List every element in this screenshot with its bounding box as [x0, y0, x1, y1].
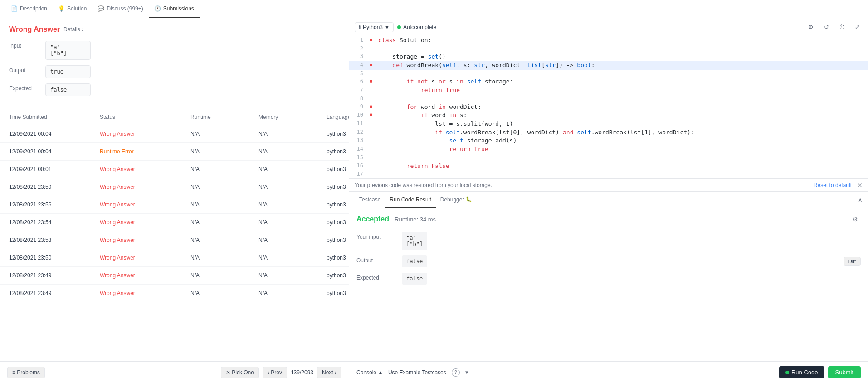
table-row[interactable]: 12/08/2021 23:56 Wrong Answer N/A N/A py…	[0, 196, 349, 214]
cell-runtime: N/A	[190, 237, 258, 243]
cell-language: python3	[327, 237, 346, 243]
diff-button[interactable]: Diff	[844, 257, 861, 266]
more-options-icon[interactable]: ▾	[465, 369, 468, 376]
tab-description[interactable]: 📄 Description	[5, 0, 53, 18]
cell-memory: N/A	[258, 237, 327, 243]
table-row[interactable]: 12/08/2021 23:49 Wrong Answer N/A N/A py…	[0, 285, 349, 302]
cell-status: Wrong Answer	[100, 166, 190, 172]
cell-time: 12/08/2021 23:49	[9, 290, 100, 296]
notification-text: Your previous code was restored from you…	[355, 182, 492, 188]
cell-status: Wrong Answer	[100, 272, 190, 279]
code-line: 9 ● for word in wordDict:	[349, 103, 868, 112]
table-row[interactable]: 12/09/2021 00:04 Runtime Error N/A N/A p…	[0, 143, 349, 161]
pick-one-button[interactable]: ✕ Pick One	[221, 367, 259, 378]
table-row[interactable]: 12/09/2021 00:01 Wrong Answer N/A N/A py…	[0, 161, 349, 178]
tab-discuss[interactable]: 💬 Discuss (999+)	[92, 0, 148, 18]
cell-time: 12/08/2021 23:50	[9, 255, 100, 261]
line-content: if word in s:	[375, 111, 868, 120]
table-row[interactable]: 12/08/2021 23:49 Wrong Answer N/A N/A py…	[0, 267, 349, 285]
col-language: Language	[327, 114, 349, 120]
details-link[interactable]: Details ›	[63, 26, 83, 33]
wrong-answer-title: Wrong Answer	[9, 25, 60, 34]
code-line: 16 return False	[349, 162, 868, 171]
expand-icon[interactable]: ⤢	[852, 22, 863, 33]
problems-button[interactable]: ≡ Problems	[7, 367, 45, 378]
output-panel-value: false	[402, 255, 427, 267]
output-row-panel: false Diff	[402, 255, 861, 267]
reset-link[interactable]: Reset to default	[814, 182, 852, 188]
runtime-text: Runtime: 34 ms	[395, 216, 436, 223]
line-number: 9	[349, 103, 367, 112]
right-panel: ℹ Python3 ▼ Autocomplete ⚙ ↺ ⏱ ⤢ 1 ● cla…	[349, 18, 868, 383]
bottom-right-left: Console ▲ Use Example Testcases ? ▾	[356, 368, 468, 377]
table-row[interactable]: 12/08/2021 23:50 Wrong Answer N/A N/A py…	[0, 249, 349, 267]
console-button[interactable]: Console ▲	[356, 369, 383, 376]
prev-button[interactable]: ‹ Prev	[263, 367, 287, 378]
tab-testcase[interactable]: Testcase	[355, 192, 385, 208]
run-code-button[interactable]: Run Code	[779, 366, 824, 378]
cell-time: 12/09/2021 00:04	[9, 131, 100, 137]
line-number: 5	[349, 70, 367, 78]
tab-solution[interactable]: 💡 Solution	[53, 0, 92, 18]
help-button[interactable]: ?	[452, 368, 460, 377]
line-number: 13	[349, 137, 367, 145]
tab-debugger[interactable]: Debugger 🐛	[436, 192, 477, 208]
notification-bar: Your previous code was restored from you…	[349, 178, 868, 192]
autocomplete-dot	[397, 25, 401, 29]
console-chevron-icon: ▲	[378, 370, 383, 375]
cell-time: 12/08/2021 23:54	[9, 219, 100, 226]
table-row[interactable]: 12/09/2021 00:04 Wrong Answer N/A N/A py…	[0, 125, 349, 143]
debugger-tab-label: Debugger	[440, 196, 464, 203]
cell-time: 12/08/2021 23:49	[9, 272, 100, 279]
top-tab-bar: 📄 Description 💡 Solution 💬 Discuss (999+…	[0, 0, 868, 18]
wrong-answer-header: Wrong Answer Details ›	[9, 25, 340, 34]
language-selector[interactable]: ℹ Python3 ▼	[355, 22, 394, 32]
cell-memory: N/A	[258, 166, 327, 172]
next-button[interactable]: Next ›	[317, 367, 341, 378]
table-row[interactable]: 12/08/2021 23:59 Wrong Answer N/A N/A py…	[0, 178, 349, 196]
cell-time: 12/09/2021 00:01	[9, 166, 100, 172]
table-header: Time Submitted Status Runtime Memory Lan…	[0, 109, 349, 125]
submit-button[interactable]: Submit	[828, 366, 861, 378]
table-row[interactable]: 12/08/2021 23:53 Wrong Answer N/A N/A py…	[0, 231, 349, 249]
settings-icon[interactable]: ⚙	[805, 22, 816, 33]
code-line: 8	[349, 95, 868, 103]
input-label: Input	[9, 41, 45, 49]
expand-test-panel-button[interactable]: ∧	[858, 196, 863, 203]
result-settings-icon[interactable]: ⚙	[850, 214, 861, 225]
line-content: if not s or s in self.storage:	[375, 78, 868, 86]
cell-language: python3	[327, 201, 346, 208]
tab-submissions[interactable]: 🕐 Submissions	[149, 0, 200, 18]
timer-icon[interactable]: ⏱	[836, 22, 847, 33]
cell-memory: N/A	[258, 184, 327, 190]
code-line: 12 if self.wordBreak(lst[0], wordDict) a…	[349, 128, 868, 137]
line-number: 2	[349, 45, 367, 53]
refresh-icon[interactable]: ↺	[821, 22, 832, 33]
code-line: 15	[349, 154, 868, 162]
cell-status: Wrong Answer	[100, 219, 190, 226]
cell-runtime: N/A	[190, 184, 258, 190]
line-marker: ●	[367, 103, 375, 112]
code-lines: 1 ● class Solution: 2 3 storage = set() …	[349, 36, 868, 178]
use-example-testcases-button[interactable]: Use Example Testcases	[388, 369, 446, 376]
output-panel-label: Output	[356, 255, 402, 264]
cell-status: Wrong Answer	[100, 184, 190, 190]
line-number: 15	[349, 154, 367, 162]
close-notification-button[interactable]: ✕	[857, 182, 863, 189]
line-content: class Solution:	[375, 36, 868, 45]
line-number: 10	[349, 111, 367, 120]
line-marker: ●	[367, 36, 375, 45]
table-row[interactable]: 12/08/2021 23:54 Wrong Answer N/A N/A py…	[0, 214, 349, 231]
testcase-tab-label: Testcase	[359, 196, 380, 203]
left-panel: Wrong Answer Details › Input "a"["b"] Ou…	[0, 18, 349, 383]
line-marker	[367, 70, 375, 78]
line-content: if self.wordBreak(lst[0], wordDict) and …	[375, 128, 868, 137]
autocomplete-toggle[interactable]: Autocomplete	[397, 24, 436, 30]
code-editor[interactable]: 1 ● class Solution: 2 3 storage = set() …	[349, 36, 868, 178]
input-value: "a"["b"]	[45, 41, 91, 60]
tab-run-code-result[interactable]: Run Code Result	[385, 192, 435, 208]
line-number: 11	[349, 120, 367, 128]
submissions-icon: 🕐	[154, 5, 161, 12]
line-marker	[367, 45, 375, 53]
submissions-table: Time Submitted Status Runtime Memory Lan…	[0, 109, 349, 361]
